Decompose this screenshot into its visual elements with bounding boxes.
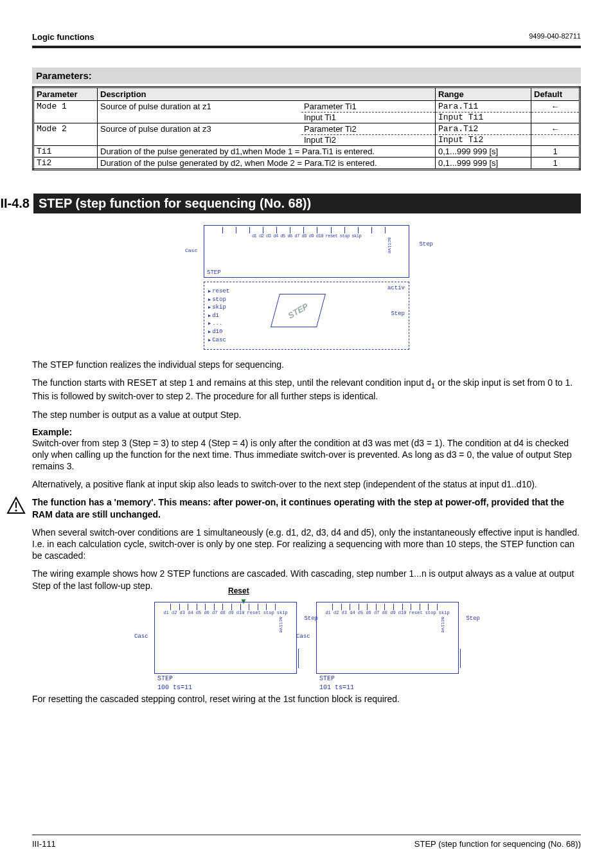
cell-ti1-def: 1 <box>531 146 580 158</box>
page-footer: III-111 STEP (step function for sequenci… <box>32 835 581 849</box>
fig2-b1-active: active <box>278 617 283 633</box>
cell-ti1-desc: Duration of the pulse generated by d1,wh… <box>98 146 436 158</box>
fig2-b2-step: Step <box>466 615 480 622</box>
para-3: The step number is output as a value at … <box>32 409 581 420</box>
cell-mode1-range2: Input Ti1 <box>436 112 531 123</box>
cell-ti2-def: 1 <box>531 158 580 170</box>
header-docnum: 9499-040-82711 <box>529 32 581 42</box>
cell-ti2: Ti2 <box>33 158 98 170</box>
footer-right: STEP (step function for sequencing (No. … <box>414 839 581 849</box>
parameters-table: Parameter Description Range Default Mode… <box>32 86 581 170</box>
fig1-out-step: Step <box>391 311 405 317</box>
fig1-casc: Casc <box>185 248 197 253</box>
cell-mode1-range1: Para.Ti1 <box>436 101 531 113</box>
cell-mode1: Mode 1 <box>33 101 98 123</box>
cell-mode1-desc: Source of pulse duration at z1 <box>98 101 302 123</box>
fig1-active-vert: active <box>387 237 392 253</box>
fig2-b2-name: STEP <box>319 675 335 682</box>
para-6: When several switch-over conditions are … <box>32 527 581 562</box>
cell-mode2-range1: Para.Ti2 <box>436 123 531 135</box>
fig2-reset-label: Reset <box>228 586 249 595</box>
fig2-b1-casc: Casc <box>134 633 148 640</box>
svg-point-2 <box>15 510 17 512</box>
warning-icon <box>6 496 26 517</box>
cell-mode2-opt2: Input Ti2 <box>301 134 436 146</box>
cell-mode2-opt1: Parameter Ti2 <box>301 123 436 135</box>
fig2-b2-ts: 101 ts=11 <box>319 684 354 691</box>
fig1-toplabels: d1 d2 d3 d4 d5 d6 d7 d8 d9 d10 reset sto… <box>204 233 409 239</box>
th-default: Default <box>531 87 580 101</box>
fig2-b2-labels: d1 d2 d3 d4 d5 d6 d7 d8 d9 d10 reset sto… <box>317 610 458 615</box>
fig1-blockname: STEP <box>207 269 221 276</box>
th-parameter: Parameter <box>33 87 98 101</box>
cell-ti1: Ti1 <box>33 146 98 158</box>
fig1-out-active: activ <box>387 285 405 291</box>
cell-mode2-def: ← <box>531 123 580 135</box>
para-5: Alternatively, a positive flank at input… <box>32 478 581 490</box>
cell-ti1-range: 0,1...999 999 [s] <box>436 146 531 158</box>
section-title: STEP (step function for sequencing (No. … <box>33 194 581 213</box>
cell-mode2-desc: Source of pulse duration at z3 <box>98 123 302 146</box>
th-description: Description <box>98 87 436 101</box>
cell-mode1-opt2: Input Ti1 <box>301 112 436 123</box>
fig2-b1-name: STEP <box>157 675 173 682</box>
cell-ti2-range: 0,1...999 999 [s] <box>436 158 531 170</box>
figure-1: d1 d2 d3 d4 d5 d6 d7 d8 d9 d10 reset sto… <box>32 225 581 350</box>
cell-ti2-desc: Duration of the pulse generated by d2, w… <box>98 158 436 170</box>
fig2-b2-casc: Casc <box>296 633 310 640</box>
para-4: Switch-over from step 3 (Step = 3) to st… <box>32 437 581 473</box>
cell-mode1-opt1: Parameter Ti1 <box>301 101 436 113</box>
fig2-b1-labels: d1 d2 d3 d4 d5 d6 d7 d8 d9 d10 reset sto… <box>155 610 296 615</box>
fig2-b1-ts: 100 ts=11 <box>157 684 192 691</box>
header-left: Logic functions <box>32 32 94 42</box>
para-7: The wiring example shows how 2 STEP func… <box>32 568 581 591</box>
header-rule <box>32 46 581 48</box>
cell-mode2-range2: Input Ti2 <box>436 134 531 146</box>
section-number: III-4.8 <box>0 194 33 213</box>
note-text: The function has a 'memory'. This means:… <box>32 496 581 520</box>
fig2-b2-active: active <box>440 617 445 633</box>
section-heading: III-4.8 STEP (step function for sequenci… <box>0 194 581 213</box>
figure-2: Reset ▼ d1 d2 d3 d4 d5 d6 d7 d8 d9 d10 r… <box>32 602 581 674</box>
parameters-heading: Parameters: <box>32 68 581 84</box>
para-1: The STEP function realizes the individua… <box>32 359 581 370</box>
footer-left: III-111 <box>32 839 56 849</box>
example-heading: Example: <box>32 427 581 437</box>
cell-mode1-def: ← <box>531 101 580 113</box>
page-header: Logic functions 9499-040-82711 <box>32 32 581 42</box>
fig1-stepout: Step <box>419 241 433 248</box>
th-range: Range <box>436 87 531 101</box>
fig1-step-shape: STEP <box>271 294 326 327</box>
cell-mode2: Mode 2 <box>33 123 98 146</box>
para-8: For resetting the cascaded stepping cont… <box>32 693 581 705</box>
para-2: The function starts with RESET at step 1… <box>32 377 581 402</box>
memory-note: The function has a 'memory'. This means:… <box>6 496 581 520</box>
